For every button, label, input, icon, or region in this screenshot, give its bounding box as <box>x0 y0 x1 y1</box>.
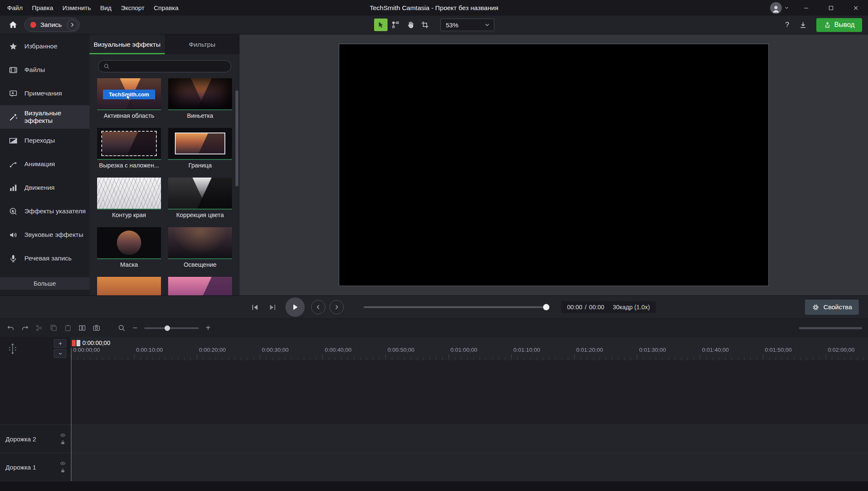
play-button[interactable] <box>285 297 305 317</box>
menubar-item[interactable]: Изменить <box>58 0 96 16</box>
sidebar-item-2[interactable]: Примечания <box>0 82 90 105</box>
sidebar-item-label: Примечания <box>24 90 62 97</box>
sidebar-item-0[interactable]: Избранное <box>0 35 90 58</box>
select-tool-button[interactable] <box>374 19 388 31</box>
track-lane[interactable] <box>71 453 868 481</box>
zoom-out-button[interactable]: − <box>130 323 140 333</box>
menubar-item[interactable]: Экспорт <box>116 0 149 16</box>
sidebar-item-7[interactable]: Эффекты указателя <box>0 199 90 223</box>
ruler-label: 0:00:50;00 <box>388 347 414 353</box>
sidebar-item-1[interactable]: Файлы <box>0 58 90 82</box>
search-icon <box>103 63 110 69</box>
next-frame-button[interactable] <box>265 300 280 315</box>
effect-thumbnail <box>168 277 232 295</box>
preview-stage[interactable] <box>339 44 769 286</box>
tab-visual-effects[interactable]: Визуальные эффекты <box>90 35 165 54</box>
sidebar-item-5[interactable]: Анимация <box>0 152 90 176</box>
effect-thumbnail <box>168 128 232 160</box>
effect-item[interactable] <box>97 277 161 295</box>
track-header[interactable]: Дорожка 2 <box>0 425 71 453</box>
effect-label: Виньетка <box>168 110 232 121</box>
export-button[interactable]: Вывод <box>816 18 862 32</box>
tracks-area: Дорожка 2Дорожка 1 <box>0 360 868 491</box>
track-height-control[interactable] <box>8 343 18 355</box>
sidebar-item-8[interactable]: Звуковые эффекты <box>0 223 90 247</box>
timeline-zoom-slider[interactable] <box>144 327 199 329</box>
timeline-hscrollbar[interactable] <box>799 327 862 329</box>
tab-filters[interactable]: Фильтры <box>165 35 240 54</box>
sidebar-more-button[interactable]: Больше <box>0 277 90 290</box>
effect-thumbnail <box>168 178 232 210</box>
cut-button[interactable] <box>33 322 45 334</box>
lock-icon <box>60 468 66 473</box>
seek-slider[interactable] <box>364 306 549 308</box>
previous-frame-button[interactable] <box>247 300 262 315</box>
effect-item[interactable]: Освещение <box>168 227 232 270</box>
voice-icon <box>8 253 18 263</box>
timeline-zoom-icon <box>118 324 126 332</box>
effect-item[interactable]: TechSmith.comАктивная область <box>97 78 161 121</box>
effect-item[interactable]: Маска <box>97 227 161 270</box>
track-lane[interactable] <box>71 425 868 453</box>
playhead[interactable]: 0:00:00;00 <box>72 340 110 346</box>
effect-item[interactable]: Граница <box>168 128 232 171</box>
effect-item[interactable]: Виньетка <box>168 78 232 121</box>
seek-slider-thumb[interactable] <box>543 304 549 311</box>
track-header[interactable]: Дорожка 1 <box>0 453 71 481</box>
ruler-labels: 0:00:00;000:00:10;000:00:20;000:00:30;00… <box>71 347 868 353</box>
effect-item[interactable]: Коррекция цвета <box>168 178 232 220</box>
timeline-ruler[interactable]: 0:00:00;00 0:00:00;000:00:10;000:00:20;0… <box>71 337 868 360</box>
effects-scrollbar[interactable] <box>235 90 238 186</box>
playhead-in-handle[interactable] <box>77 340 80 346</box>
paste-button[interactable] <box>61 322 74 334</box>
properties-button[interactable]: Свойства <box>805 300 859 315</box>
menubar-item[interactable]: Правка <box>27 0 58 16</box>
search-field[interactable] <box>98 60 231 72</box>
sidebar-item-3[interactable]: Визуальные эффекты <box>0 105 90 129</box>
menubar-item[interactable]: Файл <box>3 0 27 16</box>
playhead-out-handle[interactable] <box>72 340 76 346</box>
sidebar-item-label: Речевая запись <box>24 255 71 262</box>
canvas-zoom-value: 53% <box>446 21 459 29</box>
ruler-label: 0:01:40;00 <box>702 347 729 353</box>
timeline-bottom-scroll-area[interactable] <box>0 481 868 491</box>
avatar[interactable] <box>770 2 782 14</box>
add-track-button[interactable] <box>54 339 66 348</box>
home-button[interactable] <box>6 18 20 32</box>
download-button[interactable] <box>796 19 810 31</box>
copy-button[interactable] <box>47 322 60 334</box>
search-input[interactable] <box>113 63 226 70</box>
jump-forward-button[interactable] <box>330 300 344 314</box>
effect-item[interactable] <box>168 277 232 295</box>
jump-back-button[interactable] <box>311 300 325 314</box>
timeline-empty-lane[interactable] <box>71 360 868 425</box>
menubar-item[interactable]: Вид <box>95 0 116 16</box>
transform-tool-button[interactable] <box>389 19 402 31</box>
zoom-in-button[interactable]: + <box>203 323 213 333</box>
redo-button[interactable] <box>18 322 31 334</box>
minimize-button[interactable] <box>794 0 818 16</box>
gear-icon <box>812 303 820 311</box>
timeline-zoom-thumb[interactable] <box>164 325 170 331</box>
sidebar-item-9[interactable]: Речевая запись <box>0 247 90 270</box>
sidebar-item-6[interactable]: Движения <box>0 176 90 199</box>
eye-icon <box>60 461 66 466</box>
ruler-label: 0:01:50;00 <box>765 347 792 353</box>
split-button[interactable] <box>76 322 88 334</box>
pan-tool-button[interactable] <box>404 19 417 31</box>
chevron-down-icon[interactable] <box>784 5 789 11</box>
record-button[interactable]: Запись <box>24 18 80 32</box>
close-button[interactable] <box>843 0 868 16</box>
record-options-button[interactable] <box>67 19 78 31</box>
effect-item[interactable]: Контур края <box>97 178 161 220</box>
canvas-zoom-select[interactable]: 53% <box>441 19 494 31</box>
menubar-item[interactable]: Справка <box>149 0 183 16</box>
maximize-button[interactable] <box>818 0 843 16</box>
sidebar-item-4[interactable]: Переходы <box>0 129 90 152</box>
undo-button[interactable] <box>4 322 17 334</box>
collapse-tracks-button[interactable] <box>54 349 66 358</box>
effect-item[interactable]: Вырезка с наложен... <box>97 128 161 171</box>
crop-tool-button[interactable] <box>418 19 432 31</box>
snapshot-button[interactable] <box>90 322 103 334</box>
help-button[interactable]: ? <box>781 19 794 31</box>
